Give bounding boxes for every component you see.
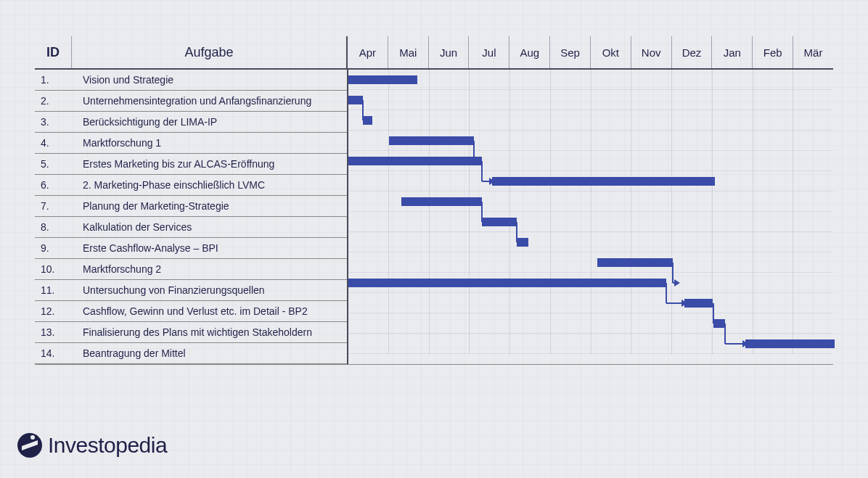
task-row: 5.Erstes Marketing bis zur ALCAS-Eröffnu…	[35, 154, 347, 175]
task-row: 14.Beantragung der Mittel	[35, 343, 347, 364]
logo: Investopedia	[17, 433, 167, 458]
task-name: Planung der Marketing-Strategie	[77, 200, 347, 212]
task-row: 8.Kalkulation der Services	[35, 217, 347, 238]
month-header: Okt	[591, 36, 631, 68]
header-id: ID	[35, 36, 72, 68]
task-list: 1.Vision und Strategie2.Unternehmensinte…	[35, 70, 348, 364]
task-name: Erstes Marketing bis zur ALCAS-Eröffnung	[77, 158, 347, 170]
task-name: Marktforschung 1	[77, 137, 347, 149]
task-id: 11.	[35, 284, 77, 296]
task-id: 7.	[35, 200, 77, 212]
task-row: 1.Vision und Strategie	[35, 70, 347, 91]
gantt-chart: ID Aufgabe AprMaiJunJulAugSepOktNovDezJa…	[35, 36, 833, 365]
task-row: 10.Marktforschung 2	[35, 259, 347, 280]
gantt-bar	[401, 197, 483, 206]
task-name: 2. Marketing-Phase einschließlich LVMC	[77, 179, 347, 191]
task-id: 6.	[35, 179, 77, 191]
task-row: 13.Finalisierung des Plans mit wichtigen…	[35, 322, 347, 343]
gantt-bar	[745, 339, 835, 348]
logo-icon	[17, 433, 42, 458]
task-id: 14.	[35, 347, 77, 359]
task-id: 3.	[35, 116, 77, 128]
month-header: Mai	[388, 36, 429, 68]
gantt-bar	[348, 75, 417, 84]
gantt-header: ID Aufgabe AprMaiJunJulAugSepOktNovDezJa…	[35, 36, 833, 70]
task-row: 3.Berücksichtigung der LIMA-IP	[35, 112, 347, 133]
task-name: Vision und Strategie	[77, 74, 347, 86]
task-name: Kalkulation der Services	[77, 221, 347, 233]
task-row: 6.2. Marketing-Phase einschließlich LVMC	[35, 175, 347, 196]
gantt-bar	[597, 258, 672, 267]
logo-text: Investopedia	[48, 433, 167, 458]
month-header: Apr	[348, 36, 388, 68]
task-id: 1.	[35, 74, 77, 86]
month-header: Jun	[429, 36, 470, 68]
month-header: Nov	[631, 36, 672, 68]
task-row: 4.Marktforschung 1	[35, 133, 347, 154]
bars-layer	[348, 70, 833, 354]
task-name: Berücksichtigung der LIMA-IP	[77, 116, 347, 128]
month-header: Aug	[509, 36, 550, 68]
month-header: Dez	[672, 36, 713, 68]
task-id: 8.	[35, 221, 77, 233]
task-name: Marktforschung 2	[77, 263, 347, 275]
task-id: 9.	[35, 242, 77, 254]
month-header: Mär	[793, 36, 833, 68]
task-row: 7.Planung der Marketing-Strategie	[35, 196, 347, 217]
task-name: Unternehmensintegration und Anfangsfinan…	[77, 95, 347, 107]
gantt-bar	[348, 279, 666, 287]
month-header: Feb	[753, 36, 793, 68]
gantt-bar	[389, 136, 474, 145]
task-row: 9.Erste Cashflow-Analyse – BPI	[35, 238, 347, 259]
task-name: Untersuchung von Finanzierungsquellen	[77, 284, 347, 296]
gantt-bar	[348, 157, 482, 165]
task-row: 2.Unternehmensintegration und Anfangsfin…	[35, 91, 347, 112]
header-months: AprMaiJunJulAugSepOktNovDezJanFebMär	[348, 36, 833, 68]
gantt-body: 1.Vision und Strategie2.Unternehmensinte…	[35, 70, 833, 365]
task-id: 5.	[35, 158, 77, 170]
task-id: 13.	[35, 326, 77, 338]
task-id: 12.	[35, 305, 77, 317]
gantt-bar	[348, 96, 363, 104]
task-name: Beantragung der Mittel	[77, 347, 347, 359]
task-row: 12.Cashflow, Gewinn und Verlust etc. im …	[35, 301, 347, 322]
task-id: 2.	[35, 95, 77, 107]
month-header: Jul	[469, 36, 509, 68]
task-id: 10.	[35, 263, 77, 275]
task-row: 11.Untersuchung von Finanzierungsquellen	[35, 280, 347, 301]
task-name: Cashflow, Gewinn und Verlust etc. im Det…	[77, 305, 347, 317]
task-id: 4.	[35, 137, 77, 149]
header-task: Aufgabe	[72, 36, 348, 68]
month-header: Sep	[550, 36, 591, 68]
timeline-area	[348, 70, 833, 354]
gantt-bar	[492, 177, 715, 186]
task-name: Erste Cashflow-Analyse – BPI	[77, 242, 347, 254]
month-header: Jan	[712, 36, 753, 68]
task-name: Finalisierung des Plans mit wichtigen St…	[77, 326, 347, 338]
